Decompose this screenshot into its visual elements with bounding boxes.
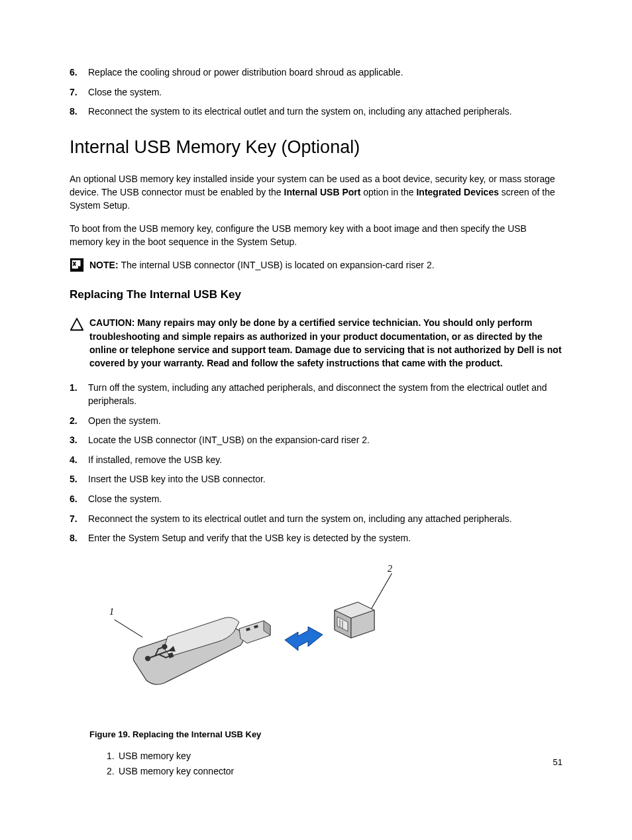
figure-legend: 1.USB memory key 2.USB memory key connec… <box>107 750 562 778</box>
bold-text: Internal USB Port <box>284 187 361 197</box>
caution-content: CAUTION: Many repairs may only be done b… <box>89 316 562 370</box>
step-number: 6. <box>70 493 88 506</box>
step-text: Close the system. <box>88 86 562 99</box>
text: option in the <box>360 187 416 197</box>
step-number: 4. <box>70 454 88 467</box>
callout-1: 1 <box>109 607 114 617</box>
step-number: 2. <box>70 415 88 428</box>
step-number: 6. <box>70 66 88 79</box>
legend-item-1: 1.USB memory key <box>107 750 562 763</box>
step-text: Turn off the system, including any attac… <box>88 382 562 407</box>
step-text: Insert the USB key into the USB connecto… <box>88 473 562 486</box>
figure-caption: Figure 19. Replacing the Internal USB Ke… <box>89 729 562 739</box>
caution-icon <box>70 317 84 332</box>
step-number: 5. <box>70 473 88 486</box>
step-8b: 8.Enter the System Setup and verify that… <box>70 532 562 545</box>
intro-paragraph-2: To boot from the USB memory key, configu… <box>70 222 562 249</box>
note-block: NOTE: The internal USB connector (INT_US… <box>70 258 562 272</box>
legend-item-2: 2.USB memory key connector <box>107 765 562 778</box>
caution-text: Many repairs may only be done by a certi… <box>89 317 562 368</box>
step-4: 4.If installed, remove the USB key. <box>70 454 562 467</box>
caution-label: CAUTION: <box>89 317 137 328</box>
step-number: 7. <box>70 513 88 526</box>
step-text: Replace the cooling shroud or power dist… <box>88 66 562 79</box>
step-text: Close the system. <box>88 493 562 506</box>
legend-number: 1. <box>107 750 119 763</box>
caution-block: CAUTION: Many repairs may only be done b… <box>70 316 562 370</box>
step-text: If installed, remove the USB key. <box>88 454 562 467</box>
step-8: 8. Reconnect the system to its electrica… <box>70 105 562 119</box>
svg-point-3 <box>162 644 168 649</box>
note-label: NOTE: <box>89 260 121 270</box>
procedure-steps: 1.Turn off the system, including any att… <box>70 382 562 545</box>
step-3: 3.Locate the USB connector (INT_USB) on … <box>70 434 562 447</box>
step-number: 8. <box>70 105 88 119</box>
blue-arrow-icon <box>282 620 328 653</box>
step-text: Reconnect the system to its electrical o… <box>88 513 562 526</box>
legend-text: USB memory key connector <box>119 765 234 778</box>
continuation-steps: 6. Replace the cooling shroud or power d… <box>70 66 562 119</box>
step-number: 7. <box>70 86 88 99</box>
step-number: 3. <box>70 434 88 447</box>
usb-connector-illustration <box>321 597 381 643</box>
step-5: 5.Insert the USB key into the USB connec… <box>70 473 562 486</box>
usb-key-illustration <box>128 609 293 688</box>
step-text: Locate the USB connector (INT_USB) on th… <box>88 434 562 447</box>
figure-19: 1 2 <box>89 564 401 723</box>
step-2: 2.Open the system. <box>70 415 562 428</box>
svg-rect-2 <box>169 653 173 657</box>
intro-paragraph-1: An optional USB memory key installed ins… <box>70 172 562 213</box>
subsection-heading: Replacing The Internal USB Key <box>70 288 562 301</box>
step-text: Open the system. <box>88 415 562 428</box>
step-number: 8. <box>70 532 88 545</box>
bold-text: Integrated Devices <box>416 187 499 197</box>
step-7b: 7.Reconnect the system to its electrical… <box>70 513 562 526</box>
legend-number: 2. <box>107 765 119 778</box>
note-content: NOTE: The internal USB connector (INT_US… <box>89 258 435 272</box>
step-7: 7. Close the system. <box>70 86 562 99</box>
step-6b: 6.Close the system. <box>70 493 562 506</box>
step-1: 1.Turn off the system, including any att… <box>70 382 562 407</box>
step-6: 6. Replace the cooling shroud or power d… <box>70 66 562 79</box>
section-heading: Internal USB Memory Key (Optional) <box>70 137 562 158</box>
legend-text: USB memory key <box>119 750 191 763</box>
step-text: Enter the System Setup and verify that t… <box>88 532 562 545</box>
note-text: The internal USB connector (INT_USB) is … <box>121 260 434 270</box>
step-text: Reconnect the system to its electrical o… <box>88 105 562 119</box>
page-number: 51 <box>553 757 562 767</box>
note-icon <box>70 258 84 272</box>
step-number: 1. <box>70 382 88 407</box>
